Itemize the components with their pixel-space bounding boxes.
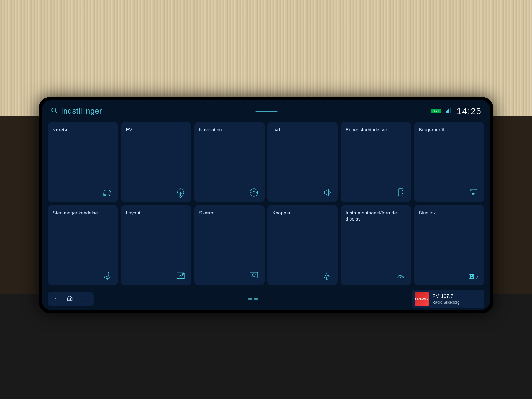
svg-line-37 bbox=[398, 277, 398, 277]
signal-icon bbox=[446, 108, 452, 115]
tile-koretoj-label: Køretøj bbox=[53, 127, 113, 133]
tile-skaerm[interactable]: Skærm bbox=[194, 205, 265, 285]
svg-point-29 bbox=[252, 274, 255, 277]
live-badge: LIVE bbox=[431, 109, 441, 113]
tile-skaerm-label: Skærm bbox=[199, 210, 260, 216]
svg-line-1 bbox=[55, 112, 57, 113]
svg-point-36 bbox=[400, 277, 401, 278]
header-bar: Indstillinger LIVE 14:25 bbox=[42, 100, 490, 120]
tile-bluelink[interactable]: Bluelink B bbox=[414, 205, 484, 285]
svg-point-16 bbox=[402, 193, 403, 194]
tile-brugerprofil-label: Brugerprofil bbox=[419, 127, 479, 133]
svg-rect-3 bbox=[447, 110, 448, 113]
tile-lyd-icon bbox=[272, 187, 333, 198]
svg-point-6 bbox=[104, 194, 106, 195]
tile-enheder-icon bbox=[346, 187, 406, 198]
tile-ev-label: EV bbox=[126, 127, 186, 133]
svg-rect-28 bbox=[250, 272, 258, 278]
menu-button[interactable]: ≡ bbox=[82, 294, 88, 304]
nav-buttons: ‹ ≡ bbox=[48, 292, 94, 306]
tile-brugerprofil-icon bbox=[419, 187, 479, 198]
tile-koretoj-icon bbox=[53, 187, 113, 198]
page-title: Indstillinger bbox=[61, 107, 102, 116]
tile-navigation-label: Navigation bbox=[199, 127, 260, 133]
page-dots bbox=[248, 298, 258, 300]
svg-rect-23 bbox=[106, 272, 109, 277]
tile-bluelink-icon: B bbox=[419, 270, 479, 282]
svg-rect-4 bbox=[448, 109, 449, 113]
radio-info: FM 107.7 Radio Silkeborg bbox=[432, 293, 460, 305]
tile-instrumentpanel-label: Instrumentpanel/forrude display bbox=[346, 210, 406, 222]
tile-knapper[interactable]: Knapper bbox=[267, 205, 338, 285]
svg-rect-5 bbox=[450, 108, 451, 113]
tile-knapper-icon bbox=[272, 270, 333, 282]
back-button[interactable]: ‹ bbox=[53, 294, 57, 304]
tile-navigation[interactable]: Navigation bbox=[194, 122, 265, 202]
search-area[interactable]: Indstillinger bbox=[50, 107, 102, 116]
svg-point-0 bbox=[52, 108, 56, 112]
svg-rect-2 bbox=[446, 111, 447, 113]
radio-logo: SILKEBORG bbox=[415, 292, 429, 306]
radio-station: Radio Silkeborg bbox=[432, 300, 460, 305]
tile-lyd-label: Lyd bbox=[272, 127, 333, 133]
tile-ev-icon bbox=[126, 187, 186, 198]
settings-grid: Køretøj EV bbox=[42, 120, 490, 288]
tile-brugerprofil[interactable]: Brugerprofil bbox=[414, 122, 484, 202]
bottom-bar: ‹ ≡ SILKEBORG FM 107.7 bbox=[42, 288, 490, 310]
tile-ev[interactable]: EV bbox=[121, 122, 191, 202]
infotainment-screen: Indstillinger LIVE 14:25 bbox=[42, 100, 490, 310]
search-icon bbox=[50, 107, 58, 116]
tile-knapper-label: Knapper bbox=[272, 210, 333, 216]
tile-lyd[interactable]: Lyd bbox=[267, 122, 338, 202]
svg-line-30 bbox=[251, 274, 252, 275]
radio-widget[interactable]: SILKEBORG FM 107.7 Radio Silkeborg bbox=[412, 290, 484, 308]
svg-text:B: B bbox=[469, 272, 474, 281]
tile-stemmegenkendelse[interactable]: Stemmegenkendelse bbox=[48, 205, 118, 285]
tile-layout[interactable]: Layout bbox=[121, 205, 191, 285]
page-dot-2 bbox=[254, 298, 258, 300]
home-button[interactable] bbox=[66, 294, 74, 304]
svg-line-32 bbox=[251, 276, 252, 277]
tile-instrumentpanel[interactable]: Instrumentpanel/forrude display bbox=[341, 205, 411, 285]
svg-line-33 bbox=[255, 276, 256, 277]
radio-logo-text: SILKEBORG bbox=[415, 297, 429, 301]
tile-skaerm-icon bbox=[199, 270, 260, 282]
clock: 14:25 bbox=[457, 106, 482, 116]
status-area: LIVE 14:25 bbox=[431, 106, 482, 116]
tile-stemmegenkendelse-label: Stemmegenkendelse bbox=[53, 210, 113, 216]
tile-navigation-icon bbox=[199, 187, 260, 198]
tile-bluelink-label: Bluelink bbox=[419, 210, 479, 216]
tile-koretoj[interactable]: Køretøj bbox=[48, 122, 118, 202]
tile-stemmegenkendelse-icon bbox=[53, 270, 113, 282]
svg-point-7 bbox=[109, 194, 110, 195]
screen-bezel: Indstillinger LIVE 14:25 bbox=[39, 97, 493, 313]
svg-point-15 bbox=[402, 190, 403, 191]
tile-layout-icon bbox=[126, 270, 186, 282]
tile-enheder[interactable]: Enhedsforbindelser bbox=[341, 122, 411, 202]
tile-layout-label: Layout bbox=[126, 210, 186, 216]
svg-point-27 bbox=[182, 273, 184, 275]
radio-frequency: FM 107.7 bbox=[432, 293, 460, 299]
svg-line-31 bbox=[255, 274, 256, 275]
center-indicator bbox=[255, 111, 278, 112]
tile-enheder-label: Enhedsforbindelser bbox=[346, 127, 406, 133]
page-dot-1 bbox=[248, 298, 252, 300]
tile-instrumentpanel-icon bbox=[346, 270, 406, 282]
